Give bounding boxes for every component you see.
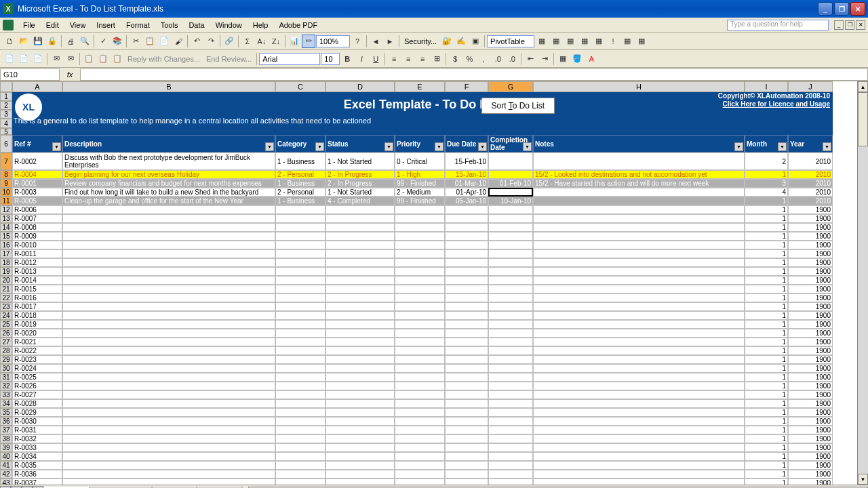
- scroll-up-button[interactable]: ▲: [858, 81, 868, 92]
- cell-11-comp[interactable]: 10-Jan-10: [488, 197, 533, 205]
- cell-7-ref[interactable]: R-0002: [12, 152, 62, 170]
- menu-view[interactable]: View: [64, 20, 92, 30]
- fill-color-button[interactable]: 🪣: [570, 52, 584, 66]
- cell-11-due[interactable]: 05-Jan-10: [445, 197, 488, 205]
- cell-19-ref[interactable]: R-0013: [12, 267, 62, 276]
- review-btn3[interactable]: 📋: [82, 52, 96, 66]
- cell-27-priority[interactable]: [395, 338, 445, 346]
- cell-34-due[interactable]: [445, 399, 488, 408]
- cell-34-priority[interactable]: [395, 399, 445, 408]
- undo-button[interactable]: ↶: [190, 35, 203, 48]
- row-header-38[interactable]: 38: [0, 434, 12, 443]
- align-center-button[interactable]: ≡: [401, 52, 415, 66]
- column-header-E[interactable]: E: [395, 81, 445, 92]
- cell-30-year[interactable]: 1900: [788, 364, 833, 373]
- cell-32-status[interactable]: [326, 382, 395, 390]
- row-header-3[interactable]: 3: [0, 110, 12, 119]
- cell-20-due[interactable]: [445, 276, 488, 285]
- cell-40-cat[interactable]: [275, 452, 326, 461]
- cell-28-month[interactable]: 1: [745, 346, 788, 355]
- cell-38-cat[interactable]: [275, 434, 326, 443]
- cell-27-comp[interactable]: [488, 338, 533, 346]
- italic-button[interactable]: I: [355, 52, 368, 66]
- pdf-btn3[interactable]: 📄: [31, 52, 45, 66]
- bold-button[interactable]: B: [340, 52, 354, 66]
- cell-11-ref[interactable]: R-0005: [12, 197, 62, 205]
- cell-20-status[interactable]: [326, 276, 395, 285]
- cell-33-notes[interactable]: [533, 390, 745, 399]
- end-review-button[interactable]: End Review...: [203, 55, 254, 63]
- row-header-41[interactable]: 41: [0, 461, 12, 470]
- cell-24-month[interactable]: 1: [745, 311, 788, 320]
- licence-link[interactable]: Click Here for Licence and Usage: [723, 100, 830, 108]
- cell-36-year[interactable]: 1900: [788, 417, 833, 426]
- cell-25-month[interactable]: 1: [745, 320, 788, 329]
- cell-38-priority[interactable]: [395, 434, 445, 443]
- tab-last-button[interactable]: ⏭: [33, 486, 43, 489]
- cell-38-status[interactable]: [326, 434, 395, 443]
- cell-33-priority[interactable]: [395, 390, 445, 399]
- row-header-22[interactable]: 22: [0, 293, 12, 302]
- cell-16-ref[interactable]: R-0010: [12, 241, 62, 249]
- cell-25-priority[interactable]: [395, 320, 445, 329]
- cell-11-desc[interactable]: Clean-up the garage and office for the s…: [62, 197, 275, 205]
- cell-12-status[interactable]: [326, 205, 395, 214]
- reply-changes-button[interactable]: Reply with Changes...: [125, 55, 203, 63]
- cell-17-due[interactable]: [445, 249, 488, 258]
- cell-27-month[interactable]: 1: [745, 338, 788, 346]
- cell-40-notes[interactable]: [533, 452, 745, 461]
- cell-19-status[interactable]: [326, 267, 395, 276]
- cell-39-due[interactable]: [445, 443, 488, 452]
- cell-9-due[interactable]: 01-Mar-10: [445, 179, 488, 188]
- row-header-42[interactable]: 42: [0, 470, 12, 479]
- select-all-button[interactable]: [0, 81, 12, 92]
- permission-button[interactable]: 🔒: [45, 35, 59, 48]
- cell-16-notes[interactable]: [533, 241, 745, 249]
- cell-34-comp[interactable]: [488, 399, 533, 408]
- cell-37-cat[interactable]: [275, 426, 326, 434]
- cut-button[interactable]: ✂: [129, 35, 142, 48]
- minimize-button[interactable]: _: [818, 2, 833, 16]
- cell-7-year[interactable]: 2010: [788, 152, 833, 170]
- cell-39-desc[interactable]: [62, 443, 275, 452]
- cell-26-due[interactable]: [445, 329, 488, 338]
- cell-37-year[interactable]: 1900: [788, 426, 833, 434]
- cell-40-status[interactable]: [326, 452, 395, 461]
- doc-restore-button[interactable]: ❐: [845, 20, 854, 30]
- cell-16-desc[interactable]: [62, 241, 275, 249]
- cell-9-month[interactable]: 3: [745, 179, 788, 188]
- cell-40-ref[interactable]: R-0034: [12, 452, 62, 461]
- cell-21-ref[interactable]: R-0015: [12, 285, 62, 293]
- row-header-7[interactable]: 7: [0, 152, 12, 170]
- cell-26-desc[interactable]: [62, 329, 275, 338]
- cell-8-due[interactable]: 15-Jan-10: [445, 170, 488, 179]
- row-header-31[interactable]: 31: [0, 373, 12, 382]
- row-header-16[interactable]: 16: [0, 241, 12, 249]
- filter-completion-icon[interactable]: ▼: [523, 142, 532, 151]
- cell-17-comp[interactable]: [488, 249, 533, 258]
- cell-14-status[interactable]: [326, 223, 395, 232]
- cell-30-month[interactable]: 1: [745, 364, 788, 373]
- cell-31-cat[interactable]: [275, 373, 326, 382]
- cell-21-comp[interactable]: [488, 285, 533, 293]
- cell-28-priority[interactable]: [395, 346, 445, 355]
- percent-button[interactable]: %: [462, 52, 476, 66]
- cell-40-year[interactable]: 1900: [788, 452, 833, 461]
- cell-28-comp[interactable]: [488, 346, 533, 355]
- cell-31-status[interactable]: [326, 373, 395, 382]
- cell-42-status[interactable]: [326, 470, 395, 479]
- menu-tools[interactable]: Tools: [155, 20, 184, 30]
- menu-file[interactable]: File: [18, 20, 41, 30]
- cell-41-desc[interactable]: [62, 461, 275, 470]
- cell-16-cat[interactable]: [275, 241, 326, 249]
- print-button[interactable]: 🖨: [64, 35, 77, 48]
- sort-asc-button[interactable]: A↓: [255, 35, 269, 48]
- cell-39-month[interactable]: 1: [745, 443, 788, 452]
- cell-10-ref[interactable]: R-0003: [12, 188, 62, 197]
- cell-11-priority[interactable]: 99 - Finished: [395, 197, 445, 205]
- cell-31-notes[interactable]: [533, 373, 745, 382]
- menu-insert[interactable]: Insert: [91, 20, 121, 30]
- cell-14-comp[interactable]: [488, 223, 533, 232]
- cell-25-notes[interactable]: [533, 320, 745, 329]
- cell-17-status[interactable]: [326, 249, 395, 258]
